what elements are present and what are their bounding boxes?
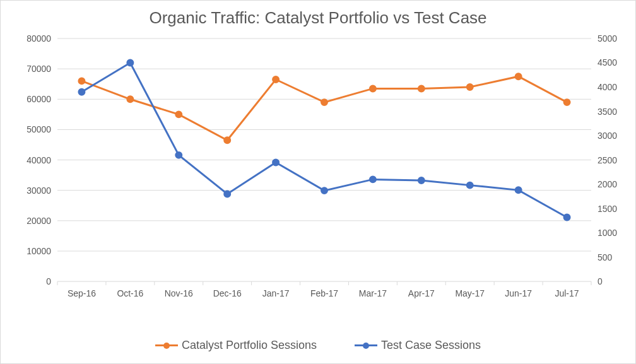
svg-text:1500: 1500 [598, 204, 617, 214]
legend-swatch-catalyst [155, 340, 178, 351]
svg-text:2500: 2500 [598, 155, 617, 165]
svg-text:1000: 1000 [598, 228, 617, 238]
svg-text:0: 0 [598, 276, 603, 286]
chart-container: Organic Traffic: Catalyst Portfolio vs T… [0, 0, 636, 364]
svg-point-54 [175, 111, 182, 117]
svg-text:10000: 10000 [26, 246, 51, 256]
svg-point-67 [273, 159, 279, 165]
svg-text:Jul-17: Jul-17 [555, 288, 579, 298]
svg-text:60000: 60000 [26, 94, 51, 104]
svg-text:70000: 70000 [26, 64, 51, 74]
svg-point-65 [175, 152, 182, 158]
svg-text:Dec-16: Dec-16 [213, 288, 242, 298]
svg-text:Jan-17: Jan-17 [262, 288, 290, 298]
svg-point-58 [370, 85, 376, 91]
svg-text:80000: 80000 [26, 33, 51, 44]
svg-text:May-17: May-17 [455, 288, 485, 298]
svg-point-70 [418, 177, 425, 184]
svg-text:Sep-16: Sep-16 [68, 288, 96, 298]
svg-text:Jun-17: Jun-17 [505, 288, 532, 298]
svg-text:5000: 5000 [598, 33, 617, 44]
svg-text:Mar-17: Mar-17 [359, 288, 387, 298]
svg-text:4500: 4500 [598, 58, 617, 68]
svg-text:0: 0 [46, 276, 51, 286]
legend-item-testcase: Test Case Sessions [355, 339, 481, 352]
svg-text:Oct-16: Oct-16 [117, 288, 143, 298]
plot-area: 0100002000030000400005000060000700008000… [57, 38, 591, 300]
svg-text:3000: 3000 [598, 131, 617, 141]
chart-title: Organic Traffic: Catalyst Portfolio vs T… [1, 8, 635, 28]
svg-text:Feb-17: Feb-17 [310, 288, 338, 298]
svg-text:50000: 50000 [26, 124, 51, 134]
svg-text:3500: 3500 [598, 107, 617, 117]
legend-label-testcase: Test Case Sessions [381, 339, 481, 352]
svg-point-55 [224, 137, 230, 143]
svg-point-73 [564, 214, 570, 220]
svg-point-60 [467, 84, 473, 90]
svg-point-64 [127, 60, 133, 66]
svg-point-53 [127, 96, 133, 102]
bottom-axis-ticks: Sep-16Oct-16Nov-16Dec-16Jan-17Feb-17Mar-… [57, 281, 591, 298]
svg-text:2000: 2000 [598, 179, 617, 189]
legend: Catalyst Portfolio Sessions Test Case Se… [1, 339, 635, 352]
svg-point-59 [418, 85, 425, 91]
svg-text:Apr-17: Apr-17 [408, 288, 435, 298]
svg-text:Nov-16: Nov-16 [165, 288, 193, 298]
svg-point-52 [78, 78, 85, 84]
svg-point-69 [370, 176, 376, 182]
svg-point-63 [78, 89, 85, 95]
svg-point-61 [515, 73, 522, 79]
legend-swatch-testcase [355, 340, 377, 351]
svg-point-72 [515, 187, 522, 193]
svg-point-57 [321, 99, 327, 105]
svg-point-68 [321, 187, 327, 194]
svg-text:40000: 40000 [26, 155, 51, 165]
series-group [78, 60, 570, 221]
svg-text:30000: 30000 [26, 185, 51, 196]
legend-item-catalyst: Catalyst Portfolio Sessions [155, 339, 317, 352]
svg-point-62 [564, 99, 570, 105]
svg-text:500: 500 [598, 252, 613, 262]
chart-svg: 0100002000030000400005000060000700008000… [57, 38, 591, 300]
svg-point-71 [467, 182, 473, 189]
legend-label-catalyst: Catalyst Portfolio Sessions [182, 339, 317, 352]
svg-point-56 [273, 76, 279, 83]
left-axis-ticks: 0100002000030000400005000060000700008000… [26, 33, 51, 286]
right-axis-ticks: 0500100015002000250030003500400045005000 [598, 33, 617, 286]
svg-text:4000: 4000 [598, 82, 617, 92]
svg-text:20000: 20000 [26, 216, 51, 226]
svg-point-66 [224, 191, 230, 197]
